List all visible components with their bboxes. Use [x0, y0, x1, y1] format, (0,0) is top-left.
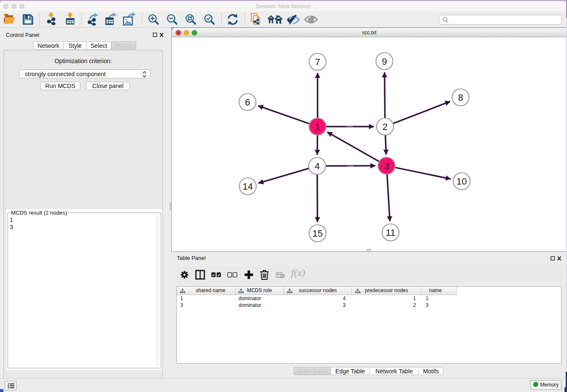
svg-text:14: 14 — [242, 181, 253, 192]
svg-text:2: 2 — [383, 121, 388, 132]
svg-text:11: 11 — [386, 227, 396, 238]
svg-text:3: 3 — [384, 161, 389, 171]
svg-text:8: 8 — [458, 92, 463, 103]
svg-text:6: 6 — [245, 97, 250, 108]
svg-text:4: 4 — [314, 161, 319, 171]
svg-text:15: 15 — [312, 228, 322, 239]
svg-text:9: 9 — [382, 56, 387, 67]
svg-text:1: 1 — [315, 121, 320, 132]
svg-text:10: 10 — [457, 176, 467, 187]
svg-text:7: 7 — [315, 57, 320, 67]
